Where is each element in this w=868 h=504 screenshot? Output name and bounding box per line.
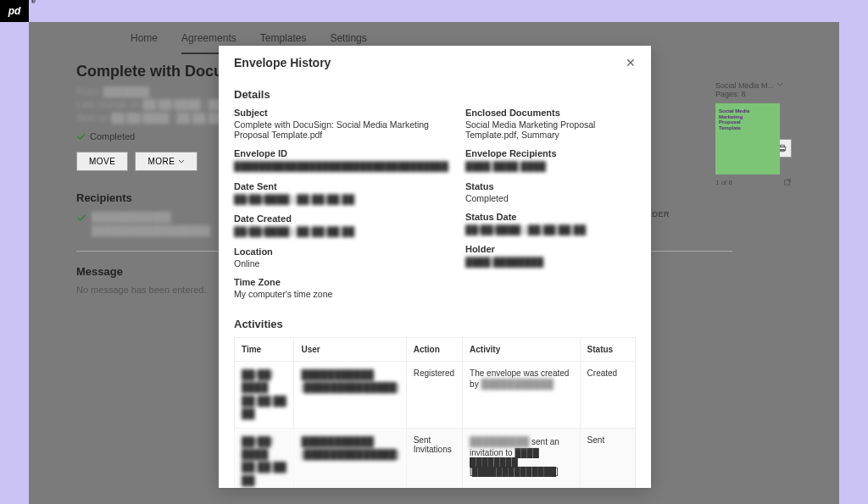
modal-title: Envelope History [234, 56, 331, 69]
table-cell: ██/██/████ ██:██:██ ██ [235, 428, 294, 488]
table-cell: The envelope was created by ███████████ [463, 362, 581, 429]
detail-value: ████ ████████ [465, 256, 636, 269]
table-row: ██/██/████ ██:██:██ █████████████ [█████… [235, 362, 636, 429]
table-header: Action [406, 338, 462, 362]
table-header: Status [580, 338, 635, 362]
activities-heading: Activities [234, 318, 636, 330]
detail-value: ██/██/████ | ██:██:██ ██ [234, 225, 448, 238]
table-header: Activity [463, 338, 581, 362]
close-icon[interactable]: ✕ [626, 56, 636, 69]
envelope-history-modal: Envelope History ✕ Details SubjectComple… [219, 46, 651, 488]
table-header: User [294, 338, 406, 362]
detail-value: ██████████████████████████████████ [234, 160, 448, 173]
detail-item: StatusCompleted [465, 181, 636, 203]
table-cell: Created [580, 362, 635, 429]
detail-label: Time Zone [234, 277, 448, 287]
doc-title: Social Media M... [715, 81, 792, 90]
detail-label: Enclosed Documents [465, 108, 636, 118]
detail-label: Envelope ID [234, 148, 448, 158]
detail-value: My computer's time zone [234, 289, 448, 299]
detail-value: Completed [465, 193, 636, 203]
table-row: ██/██/████ ██:██:██ █████████████ [█████… [235, 428, 636, 488]
table-cell: ██/██/████ ██:██:██ ██ [235, 362, 294, 429]
table-cell: Registered [406, 362, 462, 429]
detail-item: Date Sent██/██/████ | ██:██:██ ██ [234, 181, 448, 206]
document-card[interactable]: Social Media M... Pages: 8 Social Media … [715, 81, 792, 186]
detail-item: Envelope Recipients████ ████ ████ [465, 148, 636, 173]
nav-home[interactable]: Home [131, 32, 158, 54]
detail-label: Date Created [234, 213, 448, 224]
table-cell: ███████████ [██████████████] [294, 428, 406, 488]
detail-value: ████ ████ ████ [465, 160, 636, 173]
detail-value: ██/██/████ | ██:██:██ ██ [465, 224, 636, 236]
caret-down-icon [178, 158, 185, 165]
detail-item: Date Created██/██/████ | ██:██:██ ██ [234, 213, 448, 238]
check-icon [76, 131, 86, 141]
detail-label: Status [465, 181, 636, 191]
detail-label: Status Date [465, 212, 636, 222]
detail-value: Complete with DocuSign: Social Media Mar… [234, 119, 448, 140]
doc-page-indicator: 1 of 8 [715, 179, 732, 186]
detail-item: LocationOnline [234, 246, 448, 269]
table-cell: Sent Invitations [406, 428, 462, 488]
detail-label: Date Sent [234, 181, 448, 191]
table-cell: ███████████ [██████████████] [294, 362, 406, 429]
more-button[interactable]: MORE [135, 152, 198, 171]
doc-thumbnail[interactable]: Social Media Marketing Proposal Template [715, 103, 780, 174]
activities-table: TimeUserActionActivityStatus ██/██/████ … [234, 337, 636, 488]
chevron-down-icon [776, 81, 783, 88]
move-button[interactable]: MOVE [76, 152, 128, 171]
detail-value: Online [234, 258, 448, 269]
check-icon [76, 213, 86, 223]
detail-value: Social Media Marketing Proposal Template… [465, 119, 636, 140]
detail-value: ██/██/████ | ██:██:██ ██ [234, 193, 448, 206]
table-cell: Sent [580, 428, 635, 488]
detail-label: Holder [465, 244, 636, 254]
detail-item: Status Date██/██/████ | ██:██:██ ██ [465, 212, 636, 236]
detail-label: Location [234, 246, 448, 257]
detail-item: SubjectComplete with DocuSign: Social Me… [234, 108, 448, 140]
detail-item: Time ZoneMy computer's time zone [234, 277, 448, 299]
details-heading: Details [234, 88, 636, 101]
detail-label: Subject [234, 108, 448, 118]
brand-logo: pd [0, 0, 29, 22]
detail-item: Enclosed DocumentsSocial Media Marketing… [465, 108, 636, 140]
detail-item: Envelope ID█████████████████████████████… [234, 148, 448, 173]
detail-label: Envelope Recipients [465, 148, 636, 158]
doc-pages: Pages: 8 [715, 90, 792, 98]
table-cell: █████████ sent an invitation to ████ ███… [463, 428, 581, 488]
popout-icon[interactable] [783, 178, 792, 186]
detail-item: Holder████ ████████ [465, 244, 636, 269]
table-header: Time [235, 338, 294, 362]
